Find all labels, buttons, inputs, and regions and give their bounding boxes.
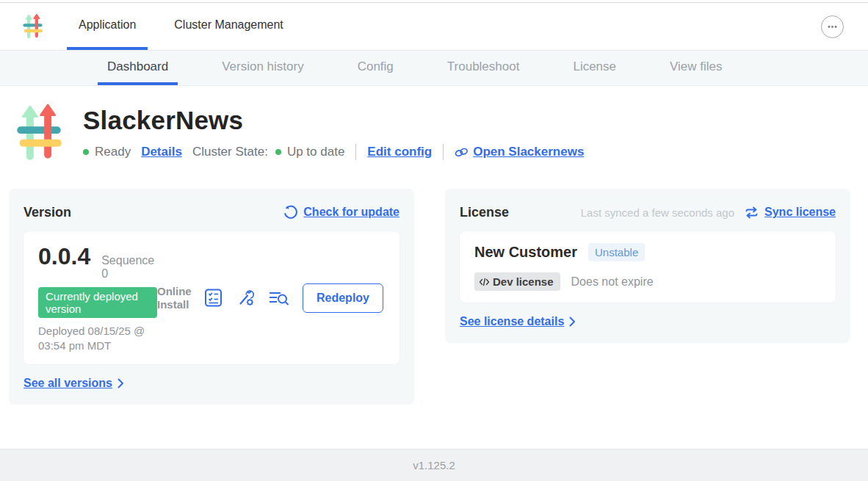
preflight-checks-icon[interactable]	[203, 288, 223, 308]
install-type-label: Online Install	[157, 285, 191, 311]
version-number: 0.0.4	[38, 243, 90, 270]
see-all-versions-link[interactable]: See all versions	[23, 377, 399, 390]
chevron-right-icon	[117, 378, 124, 388]
masthead: Application Cluster Management	[0, 3, 868, 51]
tab-cluster-management[interactable]: Cluster Management	[162, 3, 295, 50]
chevron-right-icon	[569, 317, 576, 327]
open-app-label: Open Slackernews	[473, 145, 584, 159]
last-synced-text: Last synced a few seconds ago	[581, 206, 734, 219]
subnav-troubleshoot-label: Troubleshoot	[447, 59, 520, 74]
edit-config-link[interactable]: Edit config	[367, 145, 432, 159]
customer-name: New Customer	[474, 244, 577, 261]
console-version: v1.125.2	[413, 459, 455, 471]
tab-application[interactable]: Application	[67, 3, 148, 50]
license-type-badge: Dev license	[474, 272, 560, 291]
open-app-link[interactable]: Open Slackernews	[455, 145, 584, 159]
subnav-license-label: License	[573, 59, 616, 74]
page-title: SlackerNews	[83, 106, 584, 135]
sync-arrows-icon	[745, 206, 759, 219]
config-edit-icon[interactable]	[236, 288, 256, 308]
deployed-timestamp: Deployed 08/15/25 @ 03:54 pm MDT	[38, 324, 157, 352]
cluster-state-text: Up to date	[287, 145, 344, 159]
masthead-right	[821, 3, 868, 50]
license-type-label: Dev license	[493, 275, 554, 288]
deployed-status-badge: Currently deployed version	[38, 287, 157, 318]
tab-application-label: Application	[79, 18, 136, 32]
version-sequence: Sequence 0	[101, 254, 157, 281]
link-icon	[455, 147, 469, 158]
dashboard-content: SlackerNews Ready Details Cluster State:…	[0, 86, 868, 449]
current-version-panel: 0.0.4 Sequence 0 Currently deployed vers…	[23, 231, 399, 364]
subnav-view-files-label: View files	[670, 59, 723, 74]
subnav-dashboard-label: Dashboard	[107, 59, 168, 74]
cluster-state-dot-icon	[275, 149, 281, 155]
license-details-panel: New Customer Unstable Dev license Does n…	[460, 231, 836, 303]
subnav-view-files[interactable]: View files	[660, 51, 732, 85]
app-status-dot-icon	[83, 149, 89, 155]
redeploy-button[interactable]: Redeploy	[303, 283, 383, 313]
see-license-details-link[interactable]: See license details	[460, 315, 836, 328]
code-icon	[479, 278, 490, 286]
subnav-version-history-label: Version history	[222, 59, 304, 74]
subnav-config[interactable]: Config	[348, 51, 403, 85]
version-card: Version Check for update 0.0.4 Sequence …	[9, 189, 414, 405]
see-license-details-label: See license details	[460, 315, 564, 328]
subnav-troubleshoot[interactable]: Troubleshoot	[438, 51, 529, 85]
version-actions: Online Install	[157, 283, 385, 313]
sync-license-link[interactable]: Sync license	[745, 206, 836, 219]
channel-badge: Unstable	[588, 243, 645, 261]
divider	[443, 144, 444, 160]
ellipsis-icon	[827, 21, 838, 32]
footer: v1.125.2	[0, 449, 868, 481]
app-logo-icon	[22, 13, 43, 40]
check-for-update-label: Check for update	[303, 206, 399, 219]
divider	[355, 144, 356, 160]
subnav-version-history[interactable]: Version history	[212, 51, 314, 85]
app-status-text: Ready	[95, 145, 131, 159]
see-all-versions-label: See all versions	[23, 377, 112, 390]
subnav-config-label: Config	[358, 59, 394, 74]
license-card: License Last synced a few seconds ago Sy…	[445, 189, 850, 343]
subnav-dashboard[interactable]: Dashboard	[98, 51, 178, 85]
tab-cluster-management-label: Cluster Management	[174, 18, 283, 32]
app-header: SlackerNews Ready Details Cluster State:…	[0, 86, 868, 162]
license-card-title: License	[460, 205, 509, 220]
version-diff-icon[interactable]	[268, 289, 290, 308]
check-for-update-link[interactable]: Check for update	[283, 205, 399, 220]
version-info: 0.0.4 Sequence 0 Currently deployed vers…	[38, 243, 157, 352]
app-status-row: Ready Details Cluster State: Up to date …	[83, 144, 584, 160]
sync-license-label: Sync license	[764, 206, 836, 219]
cluster-state-label: Cluster State:	[192, 145, 268, 159]
license-expiration: Does not expire	[571, 275, 654, 289]
refresh-icon	[283, 205, 297, 220]
app-subnav: Dashboard Version history Config Trouble…	[0, 51, 868, 86]
subnav-license[interactable]: License	[563, 51, 626, 85]
app-logo-large-icon	[15, 104, 63, 162]
dashboard-cards: Version Check for update 0.0.4 Sequence …	[0, 162, 868, 405]
status-details-link[interactable]: Details	[141, 145, 182, 159]
version-card-title: Version	[23, 205, 71, 220]
overflow-menu-button[interactable]	[821, 15, 844, 38]
